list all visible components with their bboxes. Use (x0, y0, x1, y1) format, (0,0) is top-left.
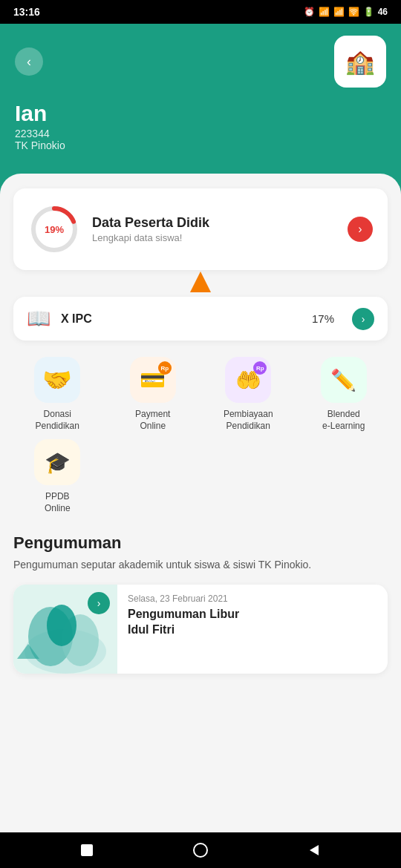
header-area: ‹ 🏫 Ian 223344 TK Pinokio (0, 24, 401, 196)
class-arrow-icon: › (362, 313, 365, 325)
school-logo: 🏫 (334, 36, 386, 88)
donasi-label: DonasiPendidikan (36, 409, 79, 432)
menu-grid-row1: 🤝 DonasiPendidikan 💳 Rp PaymentOnline 🤲 … (13, 357, 388, 432)
payment-label: PaymentOnline (135, 409, 170, 432)
svg-marker-9 (310, 845, 319, 855)
progress-ring: 19% (28, 203, 80, 255)
bottom-nav (0, 832, 401, 868)
news-forward-icon: › (97, 597, 101, 609)
user-info: Ian 223344 TK Pinokio (15, 101, 386, 151)
svg-rect-7 (81, 844, 93, 856)
pembiayaan-label: PembiayaanPendidikan (224, 409, 273, 432)
blended-icon: ✏️ (330, 368, 356, 392)
status-icons: ⏰ 📶 📶 🛜 🔋 46 (304, 7, 388, 17)
news-title: Pengumuman LiburIdul Fitri (128, 607, 377, 638)
back-button[interactable]: ‹ (15, 47, 43, 76)
announcement-subtitle: Pengumuman seputar akademik untuk siswa … (13, 557, 388, 573)
class-percent: 17% (312, 312, 334, 325)
pembiayaan-icon-wrap: 🤲 Rp (225, 357, 271, 403)
ppdb-icon: 🎓 (45, 450, 71, 475)
alarm-icon: ⏰ (304, 7, 315, 17)
menu-item-donasi[interactable]: 🤝 DonasiPendidikan (13, 357, 102, 432)
book-icon: 📖 (27, 307, 50, 330)
ppdb-label: PPDBOnline (45, 491, 71, 514)
nav-stop-button[interactable] (77, 841, 97, 860)
peserta-info: Data Peserta Didik Lengkapi data siswa! (92, 215, 336, 243)
payment-icon-wrap: 💳 Rp (130, 357, 176, 403)
blended-label: Blendede-Learning (322, 409, 365, 432)
donasi-icon-wrap: 🤝 (34, 357, 80, 403)
announcement-title: Pengumuman (13, 533, 388, 553)
user-name: Ian (15, 101, 386, 126)
peserta-card: 19% Data Peserta Didik Lengkapi data sis… (13, 188, 388, 270)
menu-grid-row2: 🎓 PPDBOnline (13, 439, 388, 514)
class-card: 📖 X IPC 17% › (13, 297, 388, 341)
back-icon: ‹ (27, 54, 31, 70)
peserta-title: Data Peserta Didik (92, 215, 336, 231)
blended-icon-wrap: ✏️ (321, 357, 367, 403)
menu-item-pembiayaan[interactable]: 🤲 Rp PembiayaanPendidikan (204, 357, 293, 432)
battery-icon: 🔋 (363, 7, 374, 17)
peserta-arrow-button[interactable]: › (348, 217, 373, 242)
donasi-icon: 🤝 (42, 366, 72, 394)
pembiayaan-rp-badge: Rp (256, 365, 264, 372)
school-icon: 🏫 (345, 47, 375, 76)
news-image: › (13, 585, 117, 674)
menu-item-payment[interactable]: 💳 Rp PaymentOnline (109, 357, 198, 432)
signal-icon: 📶 (319, 7, 330, 17)
header-top: ‹ 🏫 (15, 36, 386, 88)
user-school: TK Pinokio (15, 139, 386, 151)
cards-area: 19% Data Peserta Didik Lengkapi data sis… (0, 174, 401, 718)
payment-rp-badge: Rp (160, 365, 169, 372)
status-bar: 13:16 ⏰ 📶 📶 🛜 🔋 46 (0, 0, 401, 24)
menu-item-ppdb[interactable]: 🎓 PPDBOnline (13, 439, 102, 514)
nav-home-button[interactable] (191, 841, 210, 860)
signal2-icon: 📶 (333, 7, 345, 17)
svg-point-8 (194, 844, 207, 857)
news-date: Selasa, 23 Februari 2021 (128, 594, 377, 604)
progress-text: 19% (45, 224, 64, 235)
ppdb-icon-wrap: 🎓 (34, 439, 80, 485)
peserta-subtitle: Lengkapi data siswa! (92, 232, 336, 243)
nav-back-button[interactable] (304, 841, 324, 860)
annotation-arrow: ▲ (183, 263, 218, 298)
class-name: X IPC (61, 312, 301, 326)
svg-point-5 (47, 605, 76, 646)
news-card[interactable]: › Selasa, 23 Februari 2021 Pengumuman Li… (13, 585, 388, 674)
announcement-section: Pengumuman Pengumuman seputar akademik u… (13, 533, 388, 674)
time: 13:16 (13, 6, 40, 18)
battery-label: 46 (378, 7, 388, 17)
wifi-icon: 🛜 (348, 7, 359, 17)
menu-item-blended[interactable]: ✏️ Blendede-Learning (300, 357, 388, 432)
arrow-right-icon: › (358, 223, 362, 236)
user-id: 223344 (15, 128, 386, 139)
news-content: Selasa, 23 Februari 2021 Pengumuman Libu… (117, 585, 388, 674)
class-arrow-button[interactable]: › (352, 308, 374, 330)
